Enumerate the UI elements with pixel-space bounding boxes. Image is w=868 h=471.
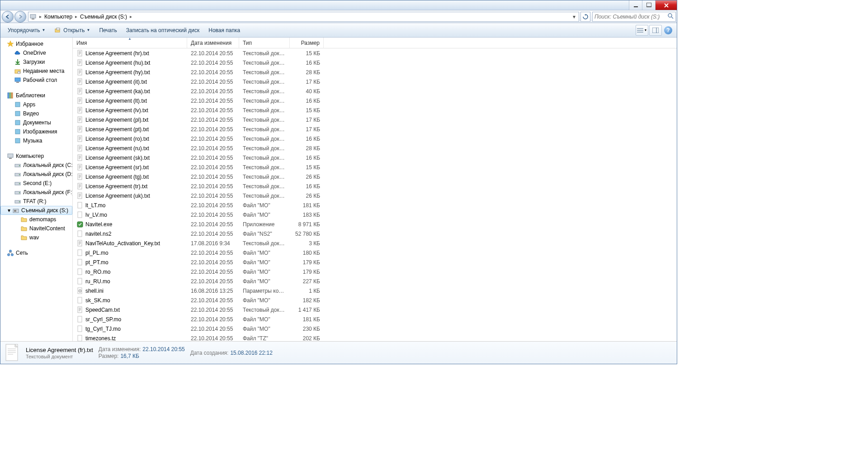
sidebar-item[interactable]: Музыка xyxy=(0,136,72,145)
sidebar-network-header[interactable]: Сеть xyxy=(0,248,72,257)
file-row[interactable]: SpeedCam.txt 22.10.2014 20:55 Текстовый … xyxy=(73,305,677,314)
svg-rect-3 xyxy=(32,19,34,19)
sidebar-item[interactable]: Apps xyxy=(0,100,72,109)
file-row[interactable]: License Agreement (it).txt 22.10.2014 20… xyxy=(73,77,677,86)
file-list[interactable]: License Agreement (hr).txt 22.10.2014 20… xyxy=(73,48,677,341)
file-row[interactable]: NaviTelAuto_Activation_Key.txt 17.08.201… xyxy=(73,238,677,248)
file-row[interactable]: License Agreement (pl).txt 22.10.2014 20… xyxy=(73,115,677,124)
file-icon xyxy=(76,287,84,295)
file-type: Текстовый докум... xyxy=(239,60,290,66)
file-row[interactable]: License Agreement (hr).txt 22.10.2014 20… xyxy=(73,48,677,58)
file-date: 22.10.2014 20:55 xyxy=(187,164,239,171)
file-type: Текстовый докум... xyxy=(239,79,290,85)
svg-rect-22 xyxy=(15,111,20,116)
sidebar-item[interactable]: NavitelContent xyxy=(0,224,72,233)
file-row[interactable]: License Agreement (sk).txt 22.10.2014 20… xyxy=(73,153,677,162)
sidebar-item[interactable]: Локальный диск (D:) xyxy=(0,170,72,179)
sidebar-item[interactable]: OneDrive xyxy=(0,48,72,57)
file-size: 52 780 КБ xyxy=(290,231,324,237)
breadcrumb-segment[interactable]: Компьютер xyxy=(43,14,73,20)
sidebar-libraries-header[interactable]: Библиотеки xyxy=(0,91,72,100)
file-row[interactable]: sk_SK.mo 22.10.2014 20:55 Файл "MO" 182 … xyxy=(73,295,677,305)
sidebar-item[interactable]: Документы xyxy=(0,118,72,127)
sidebar-item[interactable]: Изображения xyxy=(0,127,72,136)
file-row[interactable]: sr_Cyrl_SP.mo 22.10.2014 20:55 Файл "MO"… xyxy=(73,314,677,324)
file-row[interactable]: License Agreement (uk).txt 22.10.2014 20… xyxy=(73,191,677,200)
forward-button[interactable] xyxy=(14,11,26,23)
sidebar-item[interactable]: demomaps xyxy=(0,215,72,224)
file-row[interactable]: lt_LT.mo 22.10.2014 20:55 Файл "MO" 181 … xyxy=(73,200,677,210)
file-row[interactable]: License Agreement (ka).txt 22.10.2014 20… xyxy=(73,86,677,96)
file-row[interactable]: License Agreement (tr).txt 22.10.2014 20… xyxy=(73,181,677,191)
file-row[interactable]: shell.ini 16.08.2016 13:25 Параметры кон… xyxy=(73,286,677,295)
file-row[interactable]: Navitel.exe 22.10.2014 20:55 Приложение … xyxy=(73,219,677,229)
file-row[interactable]: tg_Cyrl_TJ.mo 22.10.2014 20:55 Файл "MO"… xyxy=(73,324,677,333)
column-name[interactable]: Имя ▲ xyxy=(73,38,187,48)
breadcrumb-segment[interactable]: Съемный диск (S:) xyxy=(79,14,128,20)
file-row[interactable]: pl_PL.mo 22.10.2014 20:55 Файл "MO" 180 … xyxy=(73,248,677,257)
sidebar[interactable]: Избранное OneDriveЗагрузкиНедавние места… xyxy=(0,38,73,341)
burn-button[interactable]: Записать на оптический диск xyxy=(122,25,204,35)
preview-pane-button[interactable] xyxy=(649,25,662,36)
close-button[interactable] xyxy=(655,0,677,10)
details-filetype: Текстовый документ xyxy=(26,354,93,359)
expand-icon[interactable]: ▾ xyxy=(8,207,10,214)
file-row[interactable]: License Agreement (lv).txt 22.10.2014 20… xyxy=(73,105,677,115)
organize-button[interactable]: Упорядочить▼ xyxy=(3,25,50,35)
print-button[interactable]: Печать xyxy=(94,25,121,35)
sidebar-item[interactable]: Second (E:) xyxy=(0,179,72,188)
search-icon[interactable] xyxy=(667,13,674,20)
svg-rect-21 xyxy=(15,102,20,107)
refresh-button[interactable] xyxy=(580,12,590,22)
sidebar-item[interactable]: Загрузки xyxy=(0,57,72,67)
file-type: Текстовый докум... xyxy=(239,136,290,142)
help-button[interactable]: ? xyxy=(664,26,672,34)
sidebar-item[interactable]: TFAT (R:) xyxy=(0,197,72,206)
file-row[interactable]: License Agreement (hu).txt 22.10.2014 20… xyxy=(73,58,677,67)
view-mode-button[interactable]: ▼ xyxy=(636,25,648,36)
breadcrumb[interactable]: ▸ Компьютер ▸ Съемный диск (S:) ▸ ▾ xyxy=(28,12,579,22)
open-button[interactable]: Открыть▼ xyxy=(50,25,94,36)
details-filename: License Agreement (fr).txt xyxy=(26,347,93,353)
search-box[interactable] xyxy=(592,12,676,22)
sidebar-favorites-header[interactable]: Избранное xyxy=(0,39,72,48)
sidebar-item[interactable]: Локальный диск (C:) xyxy=(0,161,72,170)
search-input[interactable] xyxy=(594,14,667,20)
file-row[interactable]: ro_RO.mo 22.10.2014 20:55 Файл "MO" 179 … xyxy=(73,267,677,276)
file-row[interactable]: lv_LV.mo 22.10.2014 20:55 Файл "MO" 183 … xyxy=(73,210,677,219)
file-row[interactable]: License Agreement (lt).txt 22.10.2014 20… xyxy=(73,96,677,105)
sidebar-item[interactable]: Локальный диск (F:) xyxy=(0,188,72,197)
file-row[interactable]: License Agreement (tg).txt 22.10.2014 20… xyxy=(73,172,677,181)
file-row[interactable]: timezones.tz 22.10.2014 20:55 Файл "TZ" … xyxy=(73,333,677,341)
sidebar-label: demomaps xyxy=(29,216,56,223)
column-type[interactable]: Тип xyxy=(239,38,290,48)
file-row[interactable]: License Agreement (pt).txt 22.10.2014 20… xyxy=(73,124,677,134)
sidebar-item[interactable]: wav xyxy=(0,233,72,242)
column-headers: Имя ▲ Дата изменения Тип Размер xyxy=(73,38,677,48)
sidebar-label: Рабочий стол xyxy=(23,77,57,83)
file-date: 22.10.2014 20:55 xyxy=(187,259,239,266)
new-folder-button[interactable]: Новая папка xyxy=(204,25,245,35)
file-row[interactable]: License Agreement (ro).txt 22.10.2014 20… xyxy=(73,134,677,143)
file-row[interactable]: ru_RU.mo 22.10.2014 20:55 Файл "MO" 227 … xyxy=(73,276,677,286)
minimize-button[interactable] xyxy=(629,0,642,10)
sidebar-item[interactable]: Недавние места xyxy=(0,67,72,76)
svg-rect-11 xyxy=(652,28,659,33)
back-button[interactable] xyxy=(2,11,14,23)
file-row[interactable]: License Agreement (hy).txt 22.10.2014 20… xyxy=(73,67,677,77)
file-row[interactable]: License Agreement (ru).txt 22.10.2014 20… xyxy=(73,143,677,153)
maximize-button[interactable] xyxy=(642,0,655,10)
column-size[interactable]: Размер xyxy=(290,38,324,48)
sidebar-computer-header[interactable]: Компьютер xyxy=(0,152,72,161)
breadcrumb-dropdown[interactable]: ▾ xyxy=(571,14,578,20)
file-date: 22.10.2014 20:55 xyxy=(187,221,239,228)
column-date[interactable]: Дата изменения xyxy=(187,38,239,48)
file-row[interactable]: navitel.ns2 22.10.2014 20:55 Файл "NS2" … xyxy=(73,229,677,238)
sidebar-item[interactable]: Видео xyxy=(0,109,72,118)
sidebar-item[interactable]: Рабочий стол xyxy=(0,76,72,85)
sidebar-item[interactable]: ▾Съемный диск (S:) xyxy=(0,206,72,215)
file-row[interactable]: License Agreement (sr).txt 22.10.2014 20… xyxy=(73,162,677,172)
file-row[interactable]: pt_PT.mo 22.10.2014 20:55 Файл "MO" 179 … xyxy=(73,257,677,267)
file-size: 17 КБ xyxy=(290,117,324,123)
file-icon xyxy=(76,183,84,190)
